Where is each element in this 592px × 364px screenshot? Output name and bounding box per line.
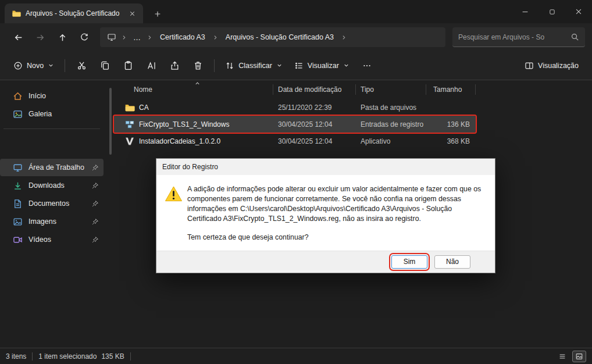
view-button[interactable]: Visualizar: [289, 56, 355, 76]
breadcrumb-overflow[interactable]: …: [130, 33, 144, 42]
search-icon[interactable]: [570, 33, 579, 41]
search-input[interactable]: [458, 33, 566, 41]
column-headers: Nome Data de modificação Tipo Tamanho: [114, 82, 476, 97]
desktop-icon: [13, 163, 23, 173]
file-name: FixCrypto_TLS1_2_Windows: [139, 120, 229, 129]
pin-icon: [91, 164, 99, 172]
details-view-button[interactable]: [555, 351, 569, 362]
status-bar: 3 itens 1 item selecionado 135 KB: [0, 348, 592, 364]
titlebar: Arquivos - Solução Certificado: [0, 0, 592, 23]
sidebar-item-documentos[interactable]: Documentos: [0, 195, 104, 212]
chevron-right-icon[interactable]: [145, 34, 154, 41]
sidebar-item-videos[interactable]: Vídeos: [0, 231, 104, 248]
tab-close-button[interactable]: [126, 7, 138, 20]
sidebar-item-downloads[interactable]: Downloads: [0, 177, 104, 194]
command-toolbar: Novo Classificar: [0, 51, 592, 80]
sidebar-item-imagens[interactable]: Imagens: [0, 213, 104, 230]
pin-icon: [91, 182, 99, 190]
yes-button[interactable]: Sim: [391, 255, 427, 269]
folder-icon: [124, 102, 135, 113]
file-type: Pasta de arquivos: [356, 104, 426, 112]
gallery-icon: [13, 109, 23, 119]
sidebar-item-label: Documentos: [28, 199, 69, 208]
sidebar-item-label: Início: [28, 92, 46, 100]
scissors-icon: [77, 60, 87, 70]
sidebar-item-galeria[interactable]: Galeria: [0, 105, 104, 123]
file-size: 368 KB: [426, 137, 476, 145]
trash-icon: [193, 60, 203, 70]
home-icon: [13, 91, 23, 101]
view-button-label: Visualizar: [308, 62, 339, 70]
sidebar-item-label: Imagens: [28, 217, 56, 226]
toolbar-divider: [214, 59, 215, 72]
explorer-tab[interactable]: Arquivos - Solução Certificado: [5, 3, 143, 23]
preview-pane-label: Visualização: [538, 62, 579, 70]
sidebar-scrollbar[interactable]: [108, 81, 113, 348]
file-row-fixcrypto[interactable]: FixCrypto_TLS1_2_Windows 30/04/2025 12:0…: [114, 116, 476, 133]
column-header-type[interactable]: Tipo: [356, 84, 426, 95]
chevron-right-icon[interactable]: [211, 34, 220, 41]
large-icons-view-button[interactable]: [572, 351, 586, 362]
no-button[interactable]: Não: [434, 255, 470, 269]
pin-icon: [91, 200, 99, 208]
chevron-right-icon[interactable]: [120, 34, 129, 41]
this-pc-icon[interactable]: [105, 33, 119, 42]
share-button[interactable]: [163, 56, 186, 76]
rename-button[interactable]: [140, 56, 162, 76]
toolbar-divider: [65, 59, 65, 72]
column-header-modified[interactable]: Data de modificação: [273, 84, 356, 95]
new-button[interactable]: Novo: [8, 56, 59, 76]
chevron-right-icon[interactable]: [340, 34, 348, 41]
status-divider: [130, 352, 131, 361]
copy-icon: [100, 60, 110, 70]
file-type: Entradas de registro: [356, 120, 426, 129]
preview-pane-icon: [525, 61, 534, 70]
scrollbar-thumb[interactable]: [109, 88, 112, 155]
sidebar-divider: [3, 129, 100, 129]
maximize-button[interactable]: [538, 0, 565, 23]
sidebar-item-label: Galeria: [28, 110, 52, 118]
file-rows: CA 25/11/2020 22:39 Pasta de arquivos Fi…: [114, 99, 476, 149]
sidebar-item-inicio[interactable]: Início: [0, 87, 104, 105]
delete-button[interactable]: [187, 56, 209, 76]
cut-button[interactable]: [70, 56, 92, 76]
forward-button[interactable]: [29, 27, 51, 48]
back-button[interactable]: [7, 27, 29, 48]
paste-button[interactable]: [117, 56, 139, 76]
copy-button[interactable]: [94, 56, 116, 76]
sort-button-label: Classificar: [238, 62, 272, 70]
column-header-name[interactable]: Nome: [114, 84, 273, 95]
sidebar-item-label: Downloads: [28, 181, 65, 190]
breadcrumb-segment-current[interactable]: Arquivos - Solução Certificado A3: [221, 31, 338, 44]
file-row-ca[interactable]: CA 25/11/2020 22:39 Pasta de arquivos: [114, 99, 476, 116]
dialog-message: A adição de informações pode alterar ou …: [187, 184, 483, 224]
file-explorer-window: Arquivos - Solução Certificado: [0, 0, 592, 364]
preview-pane-button[interactable]: Visualização: [519, 56, 584, 76]
ellipsis-icon: [362, 61, 372, 70]
breadcrumb-segment-parent[interactable]: Certificado A3: [155, 31, 210, 44]
column-header-size[interactable]: Tamanho: [426, 84, 476, 95]
dialog-message-block: A adição de informações pode alterar ou …: [187, 184, 483, 242]
sidebar-item-area-de-trabalho[interactable]: Área de Trabalho: [0, 159, 104, 176]
rename-icon: [147, 60, 156, 70]
navigation-sidebar: Início Galeria Área de Trabalho: [0, 81, 108, 348]
new-tab-button[interactable]: [150, 7, 165, 21]
file-name: CA: [139, 104, 149, 112]
dialog-question: Tem certeza de que deseja continuar?: [187, 233, 483, 242]
up-button[interactable]: [51, 27, 73, 48]
file-name: InstaladorCadeias_1.0.2.0: [139, 137, 220, 145]
refresh-button[interactable]: [73, 27, 95, 48]
file-modified: 25/11/2020 22:39: [273, 104, 356, 112]
dialog-titlebar[interactable]: Editor do Registro: [156, 159, 495, 175]
dialog-footer: Sim Não: [156, 251, 495, 273]
sort-button[interactable]: Classificar: [220, 56, 288, 76]
warning-icon: [165, 185, 183, 242]
window-controls: [512, 0, 592, 23]
close-button[interactable]: [565, 0, 592, 23]
downloads-icon: [13, 181, 23, 191]
more-options-button[interactable]: [356, 56, 378, 76]
file-row-instaladorcadeias[interactable]: InstaladorCadeias_1.0.2.0 30/04/2025 12:…: [114, 133, 476, 149]
registry-file-icon: [124, 119, 135, 130]
minimize-button[interactable]: [512, 0, 538, 23]
status-divider: [32, 352, 33, 361]
